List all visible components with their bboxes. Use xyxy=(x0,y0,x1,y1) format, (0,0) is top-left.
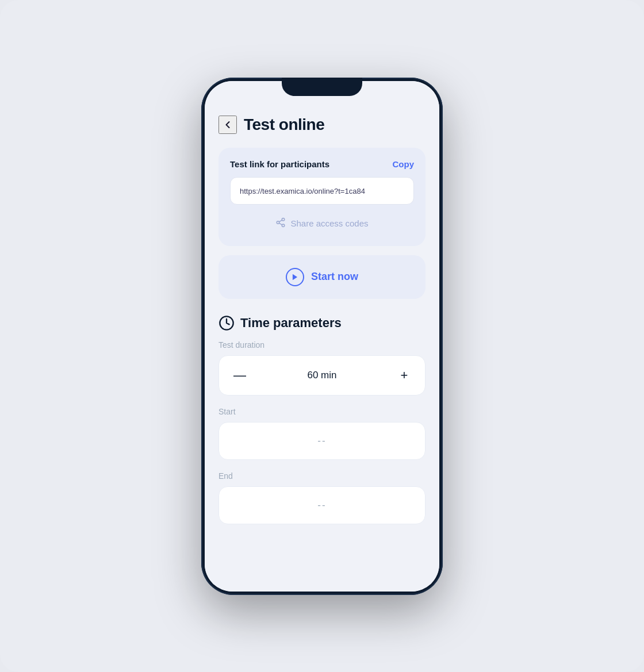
copy-button[interactable]: Copy xyxy=(393,159,415,169)
start-now-label: Start now xyxy=(311,271,358,283)
screen-content: Test online Test link for participants C… xyxy=(205,81,439,592)
svg-line-3 xyxy=(279,223,282,225)
start-label: Start xyxy=(218,407,425,416)
svg-line-4 xyxy=(279,220,282,221)
section-header: Time parameters xyxy=(218,315,425,331)
phone-notch xyxy=(282,78,362,96)
share-icon xyxy=(275,217,286,230)
duration-stepper: — 60 min + xyxy=(218,355,425,395)
start-placeholder: -- xyxy=(317,435,326,446)
section-title: Time parameters xyxy=(240,316,342,331)
svg-marker-5 xyxy=(293,274,297,280)
page-title: Test online xyxy=(244,116,324,134)
end-label: End xyxy=(218,471,425,481)
url-text: https://test.examica.io/online?t=1ca84 xyxy=(240,187,365,195)
phone-frame: Test online Test link for participants C… xyxy=(201,78,443,595)
url-box: https://test.examica.io/online?t=1ca84 xyxy=(230,177,414,205)
end-placeholder: -- xyxy=(317,500,326,510)
test-link-header: Test link for participants Copy xyxy=(230,159,414,169)
test-link-card: Test link for participants Copy https://… xyxy=(218,148,425,246)
start-now-button[interactable]: Start now xyxy=(218,255,425,299)
end-field[interactable]: -- xyxy=(218,486,425,524)
test-link-label: Test link for participants xyxy=(230,159,329,169)
increment-button[interactable]: + xyxy=(395,366,413,385)
decrement-button[interactable]: — xyxy=(231,366,249,385)
phone-screen: Test online Test link for participants C… xyxy=(205,81,439,592)
share-access-label: Share access codes xyxy=(290,218,368,228)
play-icon xyxy=(286,268,304,286)
test-duration-label: Test duration xyxy=(218,340,425,350)
page-wrapper: Test online Test link for participants C… xyxy=(0,0,644,672)
clock-icon xyxy=(218,315,235,331)
duration-value: 60 min xyxy=(307,370,336,381)
share-access-button[interactable]: Share access codes xyxy=(230,213,414,235)
back-button[interactable] xyxy=(218,116,237,134)
page-header: Test online xyxy=(218,111,425,134)
start-field[interactable]: -- xyxy=(218,422,425,460)
chevron-left-icon xyxy=(222,119,233,130)
